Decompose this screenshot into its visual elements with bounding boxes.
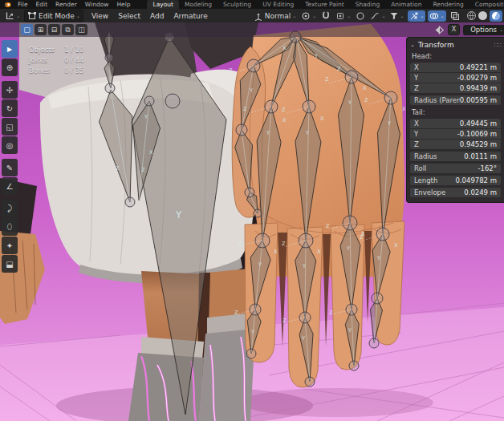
tab-sculpting[interactable]: Sculpting [217,0,257,9]
svg-text:Z: Z [141,167,145,173]
panel-title: Transform [418,41,454,49]
shading-wireframe-button[interactable] [467,11,476,20]
viewport-header: ⌄ Edit Mode ⌄ View Select Add Armature N… [0,9,504,22]
menu-add[interactable]: Add [145,12,169,20]
editor-type-selector[interactable]: ⌄ [2,10,22,22]
tab-modeling[interactable]: Modeling [179,0,217,9]
proportional-editing-toggle[interactable] [353,10,368,22]
head-y-field[interactable]: Y-0.09279 m [410,73,501,83]
menu-file[interactable]: File [14,0,32,9]
tool-annotate[interactable]: ✎ [2,159,18,176]
chevron-down-icon: ⌄ [312,14,316,18]
panel-grip-icon[interactable]: ∷∷ [494,42,501,49]
tool-bone-roll[interactable]: ⤸ [2,200,18,217]
pivot-point-dropdown[interactable]: ⌄ [299,10,319,22]
select-mode-extend[interactable]: ⊞ [35,24,47,35]
shading-mode-group [467,10,504,22]
transform-panel: ⌄ Transform ∷∷ Head: X0.49221 m Y-0.0927… [406,37,504,203]
pivot-icon [301,11,311,21]
svg-text:X: X [274,249,278,255]
panel-collapse-icon[interactable]: ⌄ [410,43,415,47]
svg-text:Y: Y [144,114,148,120]
orientation-label: Normal [265,12,291,20]
menu-edit[interactable]: Edit [32,0,52,9]
mode-selector[interactable]: Edit Mode ⌄ [24,10,83,22]
proportional-falloff-dropdown[interactable]: ⌄ [368,10,388,22]
tab-layout[interactable]: Layout [147,0,179,9]
svg-text:Z: Z [234,310,238,316]
tab-texture-paint[interactable]: Texture Paint [299,0,349,9]
top-menu-bar: File Edit Render Window Help Layout Mode… [0,0,504,9]
stat-joints-label: Joints [29,55,64,66]
tool-bone-envelope[interactable]: ⬯ [2,218,18,236]
menu-select[interactable]: Select [113,12,145,20]
tool-move[interactable]: ✢ [2,81,18,99]
tab-shading[interactable]: Shading [350,0,385,9]
tool-rotate[interactable]: ↻ [2,99,18,117]
menu-armature[interactable]: Armature [169,12,212,20]
svg-text:Y: Y [346,245,350,252]
tail-z-field[interactable]: Z0.94529 m [410,140,501,149]
menu-view[interactable]: View [87,12,113,20]
menu-window[interactable]: Window [81,0,113,9]
tab-animation[interactable]: Animation [385,0,427,9]
xray-toggle[interactable] [449,10,461,22]
svg-text:X: X [394,242,398,249]
select-mode-difference[interactable]: ⧉ [62,24,74,35]
tool-extrude[interactable]: ⬓ [2,255,18,273]
svg-text:Y: Y [305,130,309,136]
blender-window: { "topbar": { "menus": ["File", "Edit", … [0,0,504,421]
head-x-field[interactable]: X0.49221 m [410,63,501,72]
svg-text:X: X [317,249,321,255]
head-z-field[interactable]: Z0.99439 m [410,83,501,93]
tool-measure[interactable]: ∠ [2,177,18,195]
tail-x-field[interactable]: X0.49445 m [410,119,501,128]
tail-section-label: Tail: [412,108,501,117]
options-label: Options [470,25,497,35]
snap-target-dropdown[interactable]: ⌄ [333,10,353,22]
mirror-x-toggle[interactable]: X [448,24,460,35]
tool-transform[interactable]: ◎ [2,136,18,154]
select-mode-intersect[interactable]: ◫ [75,24,87,35]
transform-orientation-dropdown[interactable]: Normal ⌄ [251,10,299,22]
svg-text:Z: Z [360,234,364,241]
chevron-down-icon: ⌄ [499,27,503,32]
tab-rendering[interactable]: Rendering [427,0,469,9]
svg-text:Z: Z [364,97,368,103]
gizmos-toggle[interactable]: ⌄ [408,10,425,22]
tool-scale[interactable]: ◱ [2,118,18,136]
svg-text:X: X [282,45,287,51]
overlays-toggle[interactable]: ⌄ [428,10,445,22]
tool-select-box[interactable]: ▶ [2,40,18,58]
roll-field[interactable]: Roll-162° [410,164,501,173]
tab-compositing[interactable]: Compositing [469,0,504,9]
menu-render[interactable]: Render [51,0,81,9]
select-mode-subtract[interactable]: ⊟ [48,24,60,35]
overlays-icon [429,11,439,21]
svg-text:Y: Y [387,120,391,127]
mirror-icon[interactable] [434,25,445,35]
snap-toggle[interactable] [319,10,333,22]
viewport-editor-icon [5,11,14,21]
svg-text:Z: Z [282,107,286,113]
select-mode-new[interactable]: ▢ [21,24,33,35]
tail-y-field[interactable]: Y-0.10069 m [410,129,501,139]
tool-bone-size[interactable]: ✦ [2,237,18,254]
envelope-field[interactable]: Envelope0.0249 m [410,188,501,197]
head-section-label: Head: [412,52,501,61]
chevron-down-icon: ⌄ [292,14,296,18]
tool-cursor[interactable]: ⊕ [2,59,18,76]
head-radius-field[interactable]: Radius (Parent0.00595 m [410,95,501,105]
tail-radius-field[interactable]: Radius0.0111 m [410,152,501,161]
show-object-types-dropdown[interactable]: ⌄ [388,10,405,22]
menu-help[interactable]: Help [112,0,134,9]
tab-uv-editing[interactable]: UV Editing [257,0,299,9]
shading-solid-button[interactable] [478,11,487,20]
shading-material-button[interactable] [490,10,502,22]
xray-icon [450,11,460,21]
workspace-tabs: Layout Modeling Sculpting UV Editing Tex… [147,0,504,9]
stat-bones-value: 0 / 35 [64,66,84,76]
options-button[interactable]: Options ⌄ [463,25,504,35]
length-field[interactable]: Length0.049782 m [410,176,501,185]
svg-text:Y: Y [258,261,262,268]
